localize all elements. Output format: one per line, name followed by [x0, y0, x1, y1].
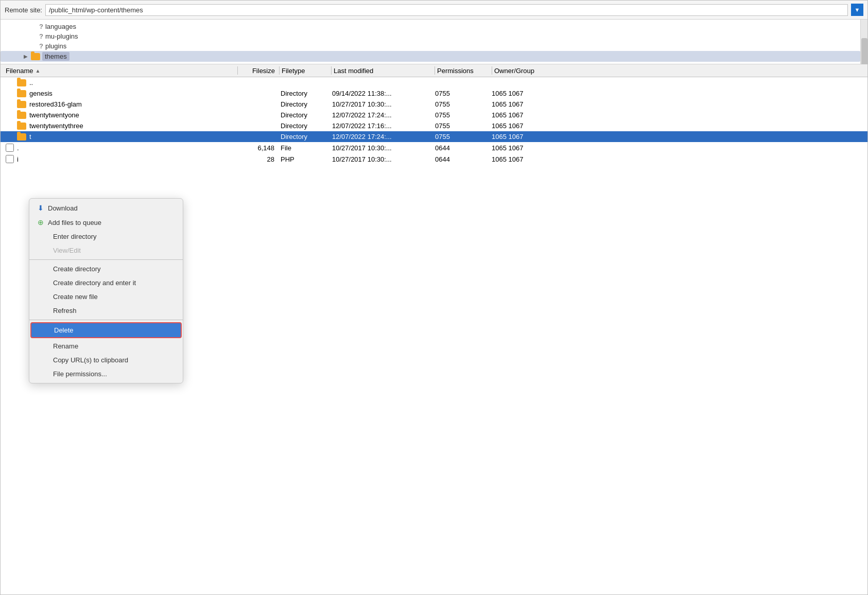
file-type: Directory — [279, 90, 330, 97]
file-name: . — [17, 144, 19, 152]
file-type: Directory — [279, 133, 330, 141]
remote-site-dropdown-button[interactable]: ▼ — [851, 4, 863, 16]
context-menu-item-create-directory-enter[interactable]: Create directory and enter it — [29, 276, 183, 290]
tree-item-themes-label: themes — [42, 52, 70, 61]
folder-icon — [17, 112, 26, 119]
context-menu-item-enter-directory[interactable]: Enter directory — [29, 230, 183, 243]
context-menu-item-label: Add files to queue — [48, 219, 101, 226]
table-row[interactable]: genesis Directory 09/14/2022 11:38:... 0… — [1, 88, 867, 99]
file-lastmod: 10/27/2017 10:30:... — [330, 100, 433, 108]
table-row[interactable]: .. — [1, 77, 867, 88]
file-name: i — [17, 155, 19, 163]
context-menu-divider — [29, 259, 183, 260]
tree-item-label: plugins — [45, 42, 66, 50]
table-row[interactable]: restored316-glam Directory 10/27/2017 10… — [1, 99, 867, 110]
context-menu-item-label: Create directory — [53, 265, 100, 273]
file-checkbox[interactable] — [6, 144, 14, 152]
file-permissions: 0755 — [433, 100, 490, 108]
context-menu-item-label: File permissions... — [53, 370, 107, 378]
remote-site-input[interactable] — [45, 4, 848, 16]
context-menu-item-file-permissions[interactable]: File permissions... — [29, 367, 183, 381]
file-type: Directory — [279, 111, 330, 119]
file-ownergroup: 1065 1067 — [490, 144, 551, 152]
tree-item-muplugins[interactable]: ? mu-plugins — [1, 31, 860, 41]
filename-header-label: Filename — [6, 67, 33, 75]
context-menu-item-view-edit: View/Edit — [29, 243, 183, 257]
file-ownergroup: 1065 1067 — [490, 100, 551, 108]
table-row[interactable]: i 28 PHP 10/27/2017 10:30:... 0644 1065 … — [1, 153, 867, 165]
file-name: genesis — [29, 90, 53, 97]
table-row[interactable]: t Directory 12/07/2022 17:24:... 0755 10… — [1, 131, 867, 142]
folder-icon — [31, 53, 40, 60]
file-permissions: 0644 — [433, 155, 490, 163]
context-menu-item-copy-urls[interactable]: Copy URL(s) to clipboard — [29, 353, 183, 367]
col-header-filetype[interactable]: Filetype — [280, 67, 331, 75]
file-panel: ? languages ? mu-plugins ? plugins ▶ the… — [1, 20, 867, 594]
file-lastmod: 10/27/2017 10:30:... — [330, 155, 433, 163]
file-ownergroup: 1065 1067 — [490, 155, 551, 163]
context-menu-divider-2 — [29, 320, 183, 320]
col-header-filename[interactable]: Filename ▲ — [1, 67, 237, 75]
file-permissions: 0755 — [433, 122, 490, 130]
file-permissions: 0755 — [433, 111, 490, 119]
file-lastmod: 12/07/2022 17:16:... — [330, 122, 433, 130]
context-menu-item-download[interactable]: ⬇ Download — [29, 201, 183, 215]
context-menu-item-delete[interactable]: Delete — [30, 322, 182, 338]
folder-icon — [17, 90, 26, 97]
folder-icon — [17, 122, 26, 130]
filesize-header-label: Filesize — [252, 67, 275, 75]
file-name: twentytwentyone — [29, 111, 79, 119]
context-menu-item-label: View/Edit — [53, 247, 81, 254]
tree-item-plugins[interactable]: ? plugins — [1, 41, 860, 51]
table-row[interactable]: . 6,148 File 10/27/2017 10:30:... 0644 1… — [1, 142, 867, 153]
remote-site-bar: Remote site: ▼ — [1, 1, 867, 20]
lastmod-header-label: Last modified — [334, 67, 373, 75]
file-type: Directory — [279, 100, 330, 108]
context-menu-item-label: Rename — [53, 342, 78, 350]
filetype-header-label: Filetype — [282, 67, 305, 75]
context-menu-item-label: Enter directory — [53, 233, 97, 240]
file-ownergroup: 1065 1067 — [490, 133, 551, 141]
context-menu-item-label: Create directory and enter it — [53, 279, 136, 287]
context-menu-item-add-to-queue[interactable]: ⊕ Add files to queue — [29, 215, 183, 230]
context-menu-item-label: Copy URL(s) to clipboard — [53, 356, 128, 364]
file-list-section: Filename ▲ Filesize Filetype Last modifi… — [1, 64, 867, 594]
context-menu-item-refresh[interactable]: Refresh — [29, 304, 183, 318]
context-menu-item-create-new-file[interactable]: Create new file — [29, 290, 183, 304]
col-header-filesize[interactable]: Filesize — [238, 67, 279, 75]
file-type: Directory — [279, 122, 330, 130]
file-size: 6,148 — [237, 144, 279, 152]
add-icon: ⊕ — [38, 218, 44, 226]
file-lastmod: 10/27/2017 10:30:... — [330, 144, 433, 152]
table-row[interactable]: twentytwentyone Directory 12/07/2022 17:… — [1, 110, 867, 120]
download-icon: ⬇ — [38, 204, 44, 212]
context-menu-item-label: Refresh — [53, 307, 77, 314]
table-row[interactable]: twentytwentythree Directory 12/07/2022 1… — [1, 120, 867, 131]
file-checkbox[interactable] — [6, 155, 14, 163]
question-icon: ? — [39, 42, 43, 50]
scrollbar-track[interactable] — [860, 20, 867, 64]
col-header-permissions[interactable]: Permissions — [435, 67, 492, 75]
tree-item-label: languages — [45, 23, 76, 30]
context-menu-item-label: Download — [48, 204, 78, 212]
file-rows: .. genesis Directory — [1, 77, 867, 165]
file-type: File — [279, 144, 330, 152]
file-ownergroup: 1065 1067 — [490, 122, 551, 130]
question-icon: ? — [39, 32, 43, 40]
context-menu-item-label: Create new file — [53, 293, 98, 301]
context-menu: ⬇ Download ⊕ Add files to queue Enter di… — [29, 198, 183, 383]
folder-icon — [17, 79, 26, 86]
context-menu-item-create-directory[interactable]: Create directory — [29, 262, 183, 276]
file-name: twentytwentythree — [29, 122, 83, 130]
tree-item-themes[interactable]: ▶ themes — [1, 51, 860, 62]
col-header-ownergroup[interactable]: Owner/Group — [492, 67, 554, 75]
context-menu-item-rename[interactable]: Rename — [29, 339, 183, 353]
file-name: t — [29, 133, 31, 141]
file-size: 28 — [237, 155, 279, 163]
col-header-lastmod[interactable]: Last modified — [332, 67, 435, 75]
column-headers: Filename ▲ Filesize Filetype Last modifi… — [1, 64, 867, 77]
tree-item-languages[interactable]: ? languages — [1, 22, 860, 31]
tree-section: ? languages ? mu-plugins ? plugins ▶ the… — [1, 20, 867, 64]
file-type: PHP — [279, 155, 330, 163]
file-lastmod: 12/07/2022 17:24:... — [330, 133, 433, 141]
